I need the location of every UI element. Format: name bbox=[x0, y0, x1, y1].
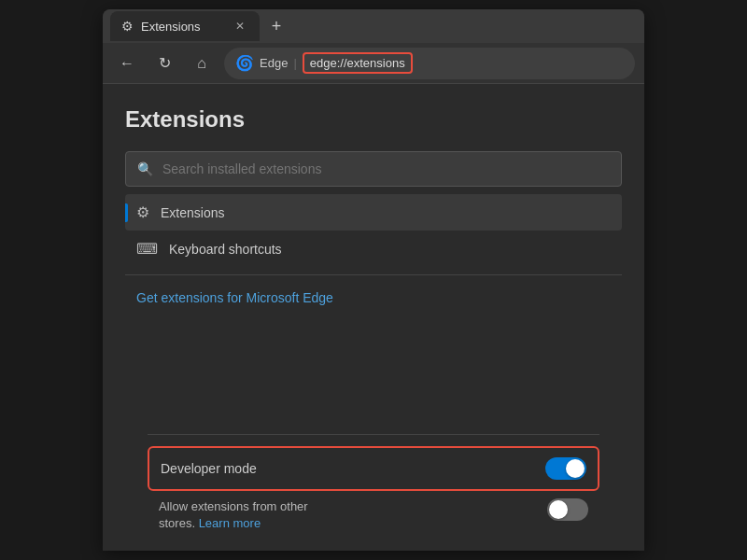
navigation-bar: ← ↻ ⌂ 🌀 Edge | edge://extensions bbox=[103, 43, 644, 84]
tab-area: ⚙ Extensions ✕ + bbox=[110, 11, 637, 41]
allow-extensions-toggle[interactable] bbox=[547, 498, 588, 521]
allow-extensions-thumb bbox=[549, 500, 568, 519]
developer-mode-toggle[interactable] bbox=[545, 457, 586, 480]
refresh-button[interactable]: ↻ bbox=[149, 49, 179, 78]
page-title: Extensions bbox=[125, 106, 622, 133]
allow-extensions-track bbox=[547, 498, 588, 521]
browser-window: ⚙ Extensions ✕ + ← ↻ ⌂ 🌀 Edge | edge://e… bbox=[103, 9, 644, 551]
keyboard-label: Keyboard shortcuts bbox=[169, 242, 282, 257]
home-button[interactable]: ⌂ bbox=[187, 49, 217, 78]
bottom-section: Developer mode Allow extensions from oth… bbox=[125, 434, 622, 551]
tab-icon: ⚙ bbox=[121, 19, 134, 34]
address-bar[interactable]: 🌀 Edge | edge://extensions bbox=[224, 48, 635, 79]
back-button[interactable]: ← bbox=[112, 49, 142, 78]
tab-title: Extensions bbox=[141, 20, 224, 34]
allow-extensions-row: Allow extensions from other stores. Lear… bbox=[148, 495, 599, 536]
bottom-divider bbox=[148, 434, 599, 435]
learn-more-link[interactable]: Learn more bbox=[199, 516, 261, 530]
search-input[interactable] bbox=[162, 161, 610, 176]
search-box[interactable]: 🔍 bbox=[125, 151, 622, 187]
nav-divider bbox=[125, 274, 622, 275]
allow-extensions-text: Allow extensions from other stores. Lear… bbox=[159, 498, 345, 532]
address-divider: | bbox=[293, 56, 296, 70]
tab-close-button[interactable]: ✕ bbox=[232, 18, 248, 35]
sidebar: Extensions 🔍 ⚙ Extensions ⌨ Keyboard sho… bbox=[103, 84, 644, 551]
developer-mode-label: Developer mode bbox=[161, 461, 257, 476]
sidebar-item-extensions[interactable]: ⚙ Extensions bbox=[125, 194, 622, 231]
content-area: Extensions 🔍 ⚙ Extensions ⌨ Keyboard sho… bbox=[103, 84, 644, 551]
edge-logo-icon: 🌀 bbox=[235, 54, 254, 72]
search-icon: 🔍 bbox=[137, 161, 153, 176]
keyboard-icon: ⌨ bbox=[136, 240, 158, 258]
title-bar: ⚙ Extensions ✕ + bbox=[103, 9, 644, 43]
get-extensions-link[interactable]: Get extensions for Microsoft Edge bbox=[136, 290, 611, 305]
developer-mode-row: Developer mode bbox=[148, 446, 599, 491]
address-site-label: Edge bbox=[260, 56, 288, 70]
developer-mode-thumb bbox=[566, 459, 585, 478]
address-url-text: edge://extensions bbox=[310, 56, 405, 70]
extensions-label: Extensions bbox=[161, 205, 224, 220]
new-tab-button[interactable]: + bbox=[263, 13, 289, 39]
developer-mode-track bbox=[545, 457, 586, 480]
active-tab[interactable]: ⚙ Extensions ✕ bbox=[110, 11, 260, 41]
extensions-icon: ⚙ bbox=[136, 203, 149, 221]
url-highlight: edge://extensions bbox=[303, 52, 413, 74]
sidebar-item-keyboard[interactable]: ⌨ Keyboard shortcuts bbox=[125, 231, 622, 267]
